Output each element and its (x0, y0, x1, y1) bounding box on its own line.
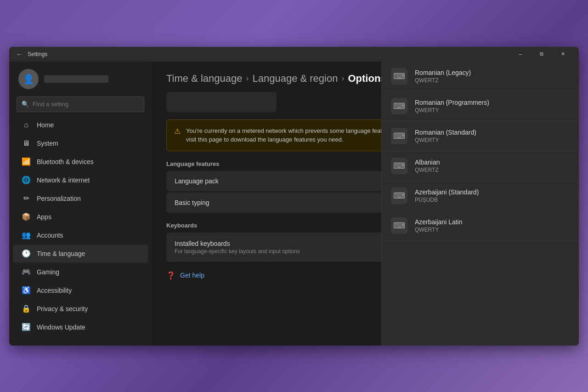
sidebar-item-label: Accessibility (37, 287, 72, 294)
sidebar-item-label: Bluetooth & devices (37, 158, 94, 165)
get-help-icon: ❓ (166, 271, 175, 280)
titlebar-back-button[interactable]: ← (15, 50, 24, 59)
sidebar-item-label: System (37, 140, 58, 147)
settings-window: ← Settings ─ ⧉ ✕ 👤 🔍 ⌂ Home 🖥 (9, 47, 579, 346)
content-area: 👤 🔍 ⌂ Home 🖥 System 📶 Bluetooth & device… (9, 62, 579, 346)
sidebar-item-label: Apps (37, 213, 51, 221)
dropdown-item-layout: QWERTZ (415, 77, 471, 84)
keyboard-icon: ⌨ (391, 187, 407, 204)
sidebar-item-bluetooth[interactable]: 📶 Bluetooth & devices (13, 153, 148, 170)
dropdown-item-layout: QWERTZ (415, 167, 440, 173)
dropdown-item-name: Romanian (Standard) (415, 129, 476, 136)
sidebar-item-windows-update[interactable]: 🔄 Windows Update (13, 318, 148, 336)
sidebar-item-system[interactable]: 🖥 System (13, 135, 148, 152)
home-icon: ⌂ (22, 121, 30, 129)
username (44, 75, 108, 83)
installed-keyboards-subtitle: For language-specific key layouts and in… (175, 248, 300, 255)
accessibility-icon: ♿ (22, 286, 30, 295)
dropdown-item-albanian[interactable]: ⌨ Albanian QWERTZ (382, 151, 579, 181)
sidebar-item-label: Windows Update (37, 324, 85, 331)
keyboard-icon: ⌨ (391, 128, 407, 144)
search-box[interactable]: 🔍 (17, 97, 144, 112)
sidebar-item-home[interactable]: ⌂ Home (13, 116, 148, 134)
privacy-icon: 🔒 (22, 305, 30, 313)
dropdown-item-text: Azerbaijani Latin QWERTY (415, 218, 463, 233)
installed-keyboards-title: Installed keyboards (175, 240, 300, 247)
sidebar-item-label: Home (37, 121, 54, 129)
sidebar-item-label: Time & language (37, 250, 85, 257)
dropdown-item-layout: QWERTY (415, 227, 463, 233)
keyboard-icon: ⌨ (391, 217, 407, 234)
dropdown-item-name: Azerbaijani Latin (415, 218, 463, 226)
dropdown-item-layout: QWERTY (415, 107, 489, 114)
breadcrumb-sep-1: › (246, 74, 249, 83)
dropdown-item-text: Romanian (Legacy) QWERTZ (415, 69, 471, 84)
breadcrumb-language-region[interactable]: Language & region (253, 73, 338, 85)
search-input[interactable] (33, 101, 139, 108)
keyboards-row-left: Installed keyboards For language-specifi… (175, 240, 300, 255)
sidebar-item-label: Accounts (37, 232, 63, 239)
sidebar: 👤 🔍 ⌂ Home 🖥 System 📶 Bluetooth & device… (9, 62, 152, 346)
titlebar-title: Settings (28, 51, 510, 57)
sidebar-item-network[interactable]: 🌐 Network & internet (13, 171, 148, 189)
dropdown-item-text: Azerbaijani (Standard) PÜŞUDB (415, 188, 479, 203)
restore-button[interactable]: ⧉ (531, 47, 552, 62)
user-section: 👤 (9, 62, 152, 95)
sidebar-item-accounts[interactable]: 👥 Accounts (13, 227, 148, 244)
sidebar-item-label: Network & internet (37, 176, 90, 184)
sidebar-item-accessibility[interactable]: ♿ Accessibility (13, 282, 148, 299)
network-icon: 🌐 (22, 176, 30, 184)
dropdown-item-name: Azerbaijani (Standard) (415, 188, 479, 196)
keyboard-icon: ⌨ (391, 68, 407, 85)
sidebar-item-label: Gaming (37, 268, 59, 276)
titlebar: ← Settings ─ ⧉ ✕ (9, 47, 579, 62)
dropdown-item-layout: QWERTY (415, 137, 476, 143)
minimize-button[interactable]: ─ (510, 47, 531, 62)
dropdown-item-text: Romanian (Standard) QWERTY (415, 129, 476, 143)
sidebar-item-gaming[interactable]: 🎮 Gaming (13, 263, 148, 281)
language-pack-label: Language pack (175, 177, 219, 185)
dropdown-item-name: Romanian (Programmers) (415, 99, 489, 106)
personalization-icon: ✏ (22, 194, 30, 203)
breadcrumb-sep-2: › (341, 74, 344, 83)
apps-icon: 📦 (22, 213, 30, 221)
sidebar-item-label: Personalization (37, 195, 81, 202)
dropdown-item-romanian-standard[interactable]: ⌨ Romanian (Standard) QWERTY (382, 121, 579, 151)
breadcrumb-time-language[interactable]: Time & language (166, 73, 243, 85)
dropdown-item-name: Albanian (415, 159, 440, 166)
bluetooth-icon: 📶 (22, 158, 30, 166)
keyboard-dropdown: ⌨ Romanian (Legacy) QWERTZ ⌨ Romanian (P… (381, 62, 579, 346)
dropdown-item-text: Albanian QWERTZ (415, 159, 440, 173)
dropdown-item-romanian-legacy[interactable]: ⌨ Romanian (Legacy) QWERTZ (382, 62, 579, 91)
sidebar-item-privacy-security[interactable]: 🔒 Privacy & security (13, 300, 148, 318)
alert-icon: ⚠ (174, 127, 181, 136)
accounts-icon: 👥 (22, 231, 30, 239)
dropdown-item-name: Romanian (Legacy) (415, 69, 471, 76)
breadcrumb-options: Options (348, 73, 386, 85)
basic-typing-label: Basic typing (175, 199, 209, 206)
dropdown-item-azerbaijani-standard[interactable]: ⌨ Azerbaijani (Standard) PÜŞUDB (382, 181, 579, 211)
dropdown-item-layout: PÜŞUDB (415, 197, 479, 203)
close-button[interactable]: ✕ (552, 47, 573, 62)
system-icon: 🖥 (22, 139, 30, 148)
dropdown-item-azerbaijani-latin[interactable]: ⌨ Azerbaijani Latin QWERTY (382, 211, 579, 241)
search-icon: 🔍 (22, 101, 29, 108)
dropdown-item-romanian-programmers[interactable]: ⌨ Romanian (Programmers) QWERTY (382, 91, 579, 121)
keyboard-icon: ⌨ (391, 158, 407, 174)
avatar: 👤 (18, 69, 39, 89)
sidebar-item-apps[interactable]: 📦 Apps (13, 208, 148, 226)
windows-update-icon: 🔄 (22, 323, 30, 331)
sidebar-item-personalization[interactable]: ✏ Personalization (13, 190, 148, 207)
get-help-label: Get help (180, 272, 204, 279)
dropdown-item-text: Romanian (Programmers) QWERTY (415, 99, 489, 114)
titlebar-controls: ─ ⧉ ✕ (510, 47, 573, 62)
profile-bar (166, 92, 277, 112)
sidebar-item-label: Privacy & security (37, 305, 88, 312)
main-content: Time & language › Language & region › Op… (152, 62, 579, 346)
time-language-icon: 🕐 (22, 250, 30, 258)
gaming-icon: 🎮 (22, 268, 30, 276)
sidebar-item-time-language[interactable]: 🕐 Time & language (13, 245, 148, 262)
keyboard-icon: ⌨ (391, 98, 407, 114)
